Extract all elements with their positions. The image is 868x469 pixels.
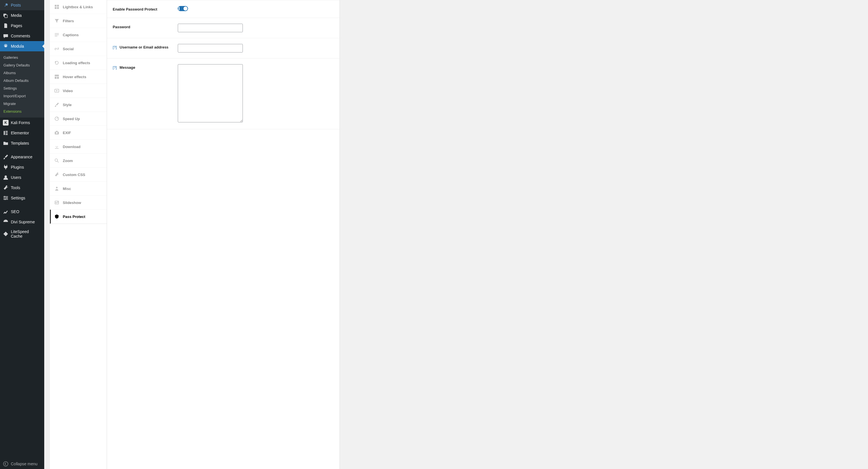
sidebar-item-comments[interactable]: Comments [0, 31, 44, 41]
tab-style[interactable]: Style [50, 98, 107, 112]
sidebar-item-label: Media [11, 13, 22, 18]
sidebar-item-label: Posts [11, 3, 21, 7]
svg-point-14 [6, 197, 7, 198]
sidebar-item-label: Appearance [11, 155, 33, 159]
sidebar-item-label: Plugins [11, 165, 24, 169]
collapse-label: Collapse menu [11, 462, 37, 466]
svg-rect-8 [5, 134, 8, 135]
sidebar-item-kali-forms[interactable]: K Kali Forms [0, 118, 44, 128]
submenu-gallery-defaults[interactable]: Gallery Defaults [0, 61, 44, 69]
svg-text:K: K [5, 121, 7, 125]
tab-label: Custom CSS [63, 173, 85, 177]
submenu-import-export[interactable]: Import/Export [0, 92, 44, 100]
seo-icon [3, 209, 8, 215]
sidebar-item-modula[interactable]: Modula [0, 41, 44, 51]
tab-social[interactable]: Social [50, 42, 107, 56]
input-password[interactable] [178, 24, 243, 32]
help-username[interactable]: [?] [113, 45, 117, 49]
tab-misc[interactable]: Misc [50, 182, 107, 196]
sidebar-item-appearance[interactable]: Appearance [0, 152, 44, 162]
submenu-extensions[interactable]: Extensions [0, 107, 44, 115]
input-message[interactable] [178, 64, 243, 122]
sidebar-item-users[interactable]: Users [0, 172, 44, 183]
sidebar-item-seo[interactable]: SEO [0, 207, 44, 217]
input-username[interactable] [178, 44, 243, 53]
svg-rect-1 [5, 15, 7, 18]
sidebar-item-settings[interactable]: Settings [0, 193, 44, 203]
submenu-settings[interactable]: Settings [0, 85, 44, 92]
tab-filters[interactable]: Filters [50, 14, 107, 28]
person-icon [54, 186, 59, 191]
image-icon [54, 200, 59, 205]
row-enable-password: Enable Password Protect [107, 0, 340, 18]
tab-hover-effects[interactable]: Hover effects [50, 70, 107, 84]
submenu-albums[interactable]: Albums [0, 69, 44, 77]
tab-exif[interactable]: EXIF [50, 126, 107, 140]
help-message[interactable]: [?] [113, 65, 117, 70]
svg-point-33 [56, 187, 57, 188]
tab-label: Loading effects [63, 61, 90, 65]
submenu-migrate[interactable]: Migrate [0, 100, 44, 107]
sidebar-item-divi[interactable]: Divi Supreme [0, 217, 44, 227]
content-area: Lightbox & Links Filters Captions Social… [44, 0, 868, 469]
tab-label: Social [63, 47, 73, 51]
tab-download[interactable]: Download [50, 140, 107, 154]
sidebar-item-posts[interactable]: Posts [0, 0, 44, 10]
sidebar-item-label: Users [11, 175, 22, 180]
sidebar-item-litespeed[interactable]: LiteSpeed Cache [0, 227, 44, 241]
tab-label: Slideshow [63, 200, 81, 205]
user-icon [3, 175, 8, 180]
sidebar-item-label: Templates [11, 141, 29, 146]
tab-captions[interactable]: Captions [50, 28, 107, 42]
divi-icon [3, 219, 8, 225]
download-icon [54, 144, 59, 149]
camera-icon [54, 130, 59, 135]
toggle-enable-password[interactable] [178, 6, 188, 11]
sidebar-item-label: Settings [11, 196, 25, 200]
tab-zoom[interactable]: Zoom [50, 154, 107, 168]
gauge-icon [54, 116, 59, 121]
row-username: [?] Username or Email address [107, 38, 340, 58]
sidebar-item-elementor[interactable]: Elementor [0, 128, 44, 138]
svg-point-16 [3, 462, 8, 466]
brush-icon [54, 102, 59, 107]
tab-label: Lightbox & Links [63, 5, 93, 9]
sidebar-item-templates[interactable]: Templates [0, 138, 44, 148]
sidebar-item-pages[interactable]: Pages [0, 21, 44, 31]
svg-rect-18 [57, 5, 59, 6]
wp-admin-sidebar: Posts Media Pages Comments Modula Galler… [0, 0, 44, 469]
svg-rect-26 [57, 77, 59, 79]
tab-label: Video [63, 89, 73, 93]
wrench-icon [3, 185, 8, 191]
wrench-icon [54, 172, 59, 177]
litespeed-icon [3, 231, 8, 237]
settings-panel: Enable Password Protect Password [?] Use… [107, 0, 340, 469]
svg-point-30 [56, 132, 57, 133]
collapse-icon [3, 461, 8, 467]
collapse-menu[interactable]: Collapse menu [0, 459, 44, 469]
tab-video[interactable]: Video [50, 84, 107, 98]
svg-point-15 [5, 199, 6, 200]
tab-label: Captions [63, 33, 79, 37]
tab-speed-up[interactable]: Speed Up [50, 112, 107, 126]
sidebar-item-label: LiteSpeed Cache [11, 229, 41, 239]
tab-label: Filters [63, 19, 74, 23]
svg-rect-23 [55, 36, 57, 36]
submenu-album-defaults[interactable]: Album Defaults [0, 77, 44, 85]
tab-lightbox-links[interactable]: Lightbox & Links [50, 0, 107, 14]
search-icon [54, 158, 59, 163]
brush-icon [3, 154, 8, 160]
tab-pass-protect[interactable]: Pass Protect [50, 210, 107, 224]
sidebar-item-media[interactable]: Media [0, 10, 44, 21]
sidebar-item-tools[interactable]: Tools [0, 183, 44, 193]
svg-rect-19 [55, 7, 57, 9]
svg-rect-25 [55, 77, 57, 79]
tab-slideshow[interactable]: Slideshow [50, 196, 107, 210]
link-icon [54, 46, 59, 51]
tab-loading-effects[interactable]: Loading effects [50, 56, 107, 70]
sidebar-item-label: Comments [11, 34, 30, 38]
submenu-galleries[interactable]: Galleries [0, 54, 44, 61]
svg-rect-17 [55, 5, 57, 6]
tab-custom-css[interactable]: Custom CSS [50, 168, 107, 182]
sidebar-item-plugins[interactable]: Plugins [0, 162, 44, 172]
